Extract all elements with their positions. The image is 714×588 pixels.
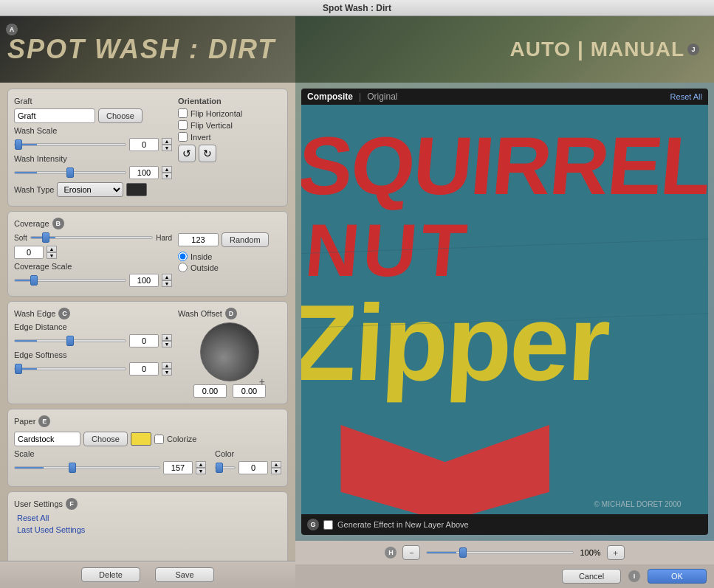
coverage-scale-down[interactable]: ▼ — [162, 280, 172, 287]
coverage-scale-input[interactable] — [129, 274, 159, 287]
wash-scale-up[interactable]: ▲ — [162, 138, 172, 145]
rotate-ccw-button[interactable]: ↺ — [178, 145, 196, 162]
wash-offset-label: Wash Offset — [178, 309, 222, 318]
coverage-scale-slider[interactable] — [14, 279, 126, 282]
graft-input[interactable] — [14, 108, 95, 123]
right-panel: AUTO | MANUAL J Composite | Original Res… — [295, 16, 714, 588]
title-bar: Spot Wash : Dirt — [0, 0, 714, 16]
wash-type-select[interactable]: Erosion Buildup Scatter — [57, 182, 123, 197]
coverage-input[interactable] — [14, 246, 44, 259]
wash-intensity-label: Wash Intensity — [14, 154, 67, 163]
bottom-buttons: Delete Save — [0, 561, 295, 588]
preview-container: Composite | Original Reset All SQUIRREL — [295, 83, 714, 541]
flip-vertical-label: Flip Vertical — [190, 121, 233, 130]
paper-scale-input[interactable] — [163, 461, 193, 474]
delete-button[interactable]: Delete — [81, 567, 140, 582]
flip-horizontal-checkbox[interactable] — [178, 108, 188, 118]
window-title: Spot Wash : Dirt — [323, 3, 391, 13]
badge-f: F — [66, 498, 78, 510]
preview-reset-all-button[interactable]: Reset All — [670, 92, 702, 101]
paper-choose-button[interactable]: Choose — [83, 432, 128, 446]
paper-color-slider[interactable] — [215, 466, 236, 469]
paper-scale-slider[interactable] — [14, 466, 160, 469]
generate-checkbox[interactable] — [323, 520, 333, 530]
controls-area: Graft Choose Wash Scale — [0, 83, 295, 561]
ok-button[interactable]: OK — [648, 569, 707, 584]
inside-radio[interactable] — [178, 252, 188, 261]
paper-input[interactable] — [14, 432, 80, 446]
paper-color-swatch[interactable] — [131, 432, 151, 446]
random-button[interactable]: Random — [222, 232, 269, 247]
paper-color-up[interactable]: ▲ — [271, 461, 281, 468]
svg-text:© MICHAEL DORET 2000: © MICHAEL DORET 2000 — [594, 500, 682, 508]
auto-manual-text: AUTO | MANUAL — [509, 38, 684, 61]
coverage-down[interactable]: ▼ — [47, 252, 57, 259]
edge-softness-down[interactable]: ▼ — [162, 369, 172, 376]
wash-edge-section: Wash Edge C Edge Distance ▲ — [7, 301, 288, 404]
edge-softness-input[interactable] — [129, 362, 159, 376]
graft-section: Graft Choose Wash Scale — [7, 89, 288, 207]
rotate-cw-button[interactable]: ↻ — [199, 145, 216, 162]
paper-scale-up[interactable]: ▲ — [196, 461, 206, 468]
wash-intensity-slider[interactable] — [14, 171, 126, 174]
wash-offset-x[interactable] — [193, 384, 227, 398]
wash-scale-down[interactable]: ▼ — [162, 145, 172, 151]
outside-radio[interactable] — [178, 263, 188, 272]
coverage-scale-up[interactable]: ▲ — [162, 274, 172, 280]
preview-svg: SQUIRREL NUT Zipper © MICHAEL DORET 20 — [301, 105, 708, 514]
edge-softness-up[interactable]: ▲ — [162, 362, 172, 369]
badge-d: D — [225, 308, 237, 319]
colorize-checkbox[interactable] — [154, 435, 164, 444]
wash-type-color-swatch[interactable] — [126, 183, 147, 196]
zoom-out-button[interactable]: － — [402, 545, 420, 560]
invert-label: Invert — [190, 133, 211, 142]
graft-choose-button[interactable]: Choose — [98, 108, 143, 123]
paper-color-input[interactable] — [238, 461, 268, 474]
last-used-settings-link[interactable]: Last Used Settings — [14, 525, 281, 535]
invert-checkbox[interactable] — [178, 132, 188, 142]
edge-softness-slider[interactable] — [14, 367, 126, 370]
save-button[interactable]: Save — [155, 567, 214, 582]
wash-type-label: Wash Type — [14, 185, 54, 194]
ok-cancel-row: Cancel I OK — [295, 564, 714, 588]
wash-scale-input[interactable] — [129, 138, 159, 151]
coverage-section: Coverage B Soft Hard — [7, 211, 288, 297]
wash-scale-label: Wash Scale — [14, 126, 57, 135]
wash-edge-label: Wash Edge — [14, 309, 55, 318]
wash-intensity-down[interactable]: ▼ — [162, 173, 172, 179]
coverage-up[interactable]: ▲ — [47, 246, 57, 252]
badge-j: J — [687, 44, 699, 55]
wash-intensity-input[interactable] — [129, 166, 159, 179]
edge-distance-down[interactable]: ▼ — [162, 341, 172, 347]
wash-intensity-up[interactable]: ▲ — [162, 166, 172, 173]
outside-label: Outside — [190, 263, 219, 272]
coverage-slider[interactable] — [30, 236, 154, 239]
zoom-slider[interactable] — [426, 551, 574, 554]
hard-label: Hard — [156, 234, 172, 242]
edge-distance-up[interactable]: ▲ — [162, 334, 172, 341]
paper-color-down[interactable]: ▼ — [271, 468, 281, 474]
edge-softness-label: Edge Softness — [14, 350, 67, 359]
edge-distance-input[interactable] — [129, 334, 159, 347]
edge-distance-slider[interactable] — [14, 339, 126, 342]
seed-input[interactable] — [178, 233, 219, 246]
badge-h: H — [385, 547, 397, 558]
wash-offset-circle[interactable] — [200, 322, 259, 381]
user-settings-panel: User Settings F Reset All Last Used Sett… — [7, 491, 288, 561]
cancel-button[interactable]: Cancel — [562, 569, 621, 584]
reset-all-link[interactable]: Reset All — [14, 513, 281, 523]
original-tab[interactable]: Original — [367, 91, 397, 102]
preview-image: SQUIRREL NUT Zipper © MICHAEL DORET 20 — [301, 105, 708, 514]
paper-scale-down[interactable]: ▼ — [196, 468, 206, 474]
zoom-in-button[interactable]: ＋ — [607, 545, 625, 560]
zoom-value: 100% — [580, 548, 600, 557]
badge-a: A — [6, 24, 18, 35]
zoom-in-icon: ＋ — [611, 548, 619, 557]
composite-tab[interactable]: Composite — [307, 91, 353, 102]
badge-b: B — [52, 218, 64, 229]
wash-offset-panel: + — [178, 322, 281, 398]
coverage-scale-label: Coverage Scale — [14, 262, 72, 271]
flip-vertical-checkbox[interactable] — [178, 120, 188, 130]
wash-scale-slider[interactable] — [14, 143, 126, 146]
generate-label: Generate Effect in New Layer Above — [337, 520, 469, 529]
